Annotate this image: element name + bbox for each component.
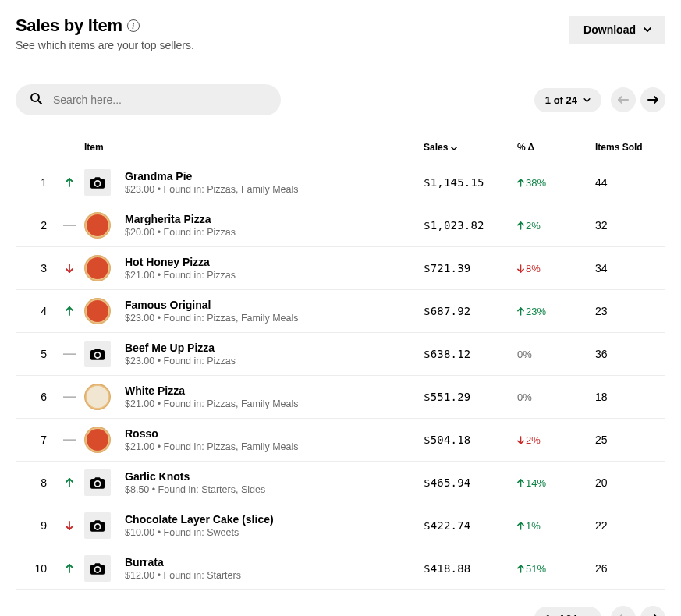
table-row[interactable]: 10Burrata$12.00 • Found in: Starters$418… — [16, 547, 665, 590]
page-label: 1 of 24 — [545, 613, 577, 617]
delta-percent: 0% — [517, 391, 595, 403]
rank: 5 — [16, 348, 55, 360]
trend-flat-icon: — — [55, 390, 84, 404]
item-thumbnail-placeholder — [84, 169, 111, 196]
items-sold: 25 — [595, 434, 665, 446]
next-page-button[interactable] — [640, 87, 665, 112]
table-row[interactable]: 5—Beef Me Up Pizza$23.00 • Found in: Piz… — [16, 333, 665, 376]
items-sold: 23 — [595, 305, 665, 317]
items-sold: 44 — [595, 176, 665, 189]
sales-amount: $422.74 — [424, 519, 517, 532]
page-indicator-bottom[interactable]: 1 of 24 — [534, 607, 601, 617]
search-input[interactable] — [53, 94, 267, 106]
item-thumbnail-placeholder — [84, 512, 111, 539]
table-row[interactable]: 9Chocolate Layer Cake (slice)$10.00 • Fo… — [16, 504, 665, 547]
sales-amount: $1,023.82 — [424, 219, 517, 232]
sales-amount: $551.29 — [424, 391, 517, 403]
delta-percent: 38% — [517, 177, 595, 189]
trend-up-icon — [55, 478, 84, 487]
item-meta: $21.00 • Found in: Pizzas, Family Meals — [125, 398, 424, 409]
rank: 4 — [16, 305, 55, 317]
page-title: Sales by Item — [16, 16, 122, 36]
trend-down-icon — [55, 264, 84, 273]
item-name: Hot Honey Pizza — [125, 256, 424, 268]
item-meta: $12.00 • Found in: Starters — [125, 570, 424, 581]
trend-up-icon — [55, 306, 84, 316]
table-row[interactable]: 7—Rosso$21.00 • Found in: Pizzas, Family… — [16, 419, 665, 462]
column-sales-label: Sales — [424, 142, 448, 153]
item-thumbnail — [84, 427, 111, 453]
search-box[interactable] — [16, 84, 281, 115]
column-item[interactable]: Item — [84, 142, 424, 153]
item-name: Burrata — [125, 556, 424, 568]
sales-table: Item Sales % Δ Items Sold 1Grandma Pie$2… — [16, 134, 665, 590]
item-meta: $21.00 • Found in: Pizzas, Family Meals — [125, 441, 424, 452]
rank: 8 — [16, 476, 55, 489]
item-name: Garlic Knots — [125, 470, 424, 483]
column-delta[interactable]: % Δ — [517, 142, 595, 153]
next-page-button[interactable] — [640, 606, 665, 616]
item-thumbnail — [84, 298, 111, 324]
items-sold: 18 — [595, 391, 665, 403]
search-icon — [30, 92, 42, 108]
delta-percent: 1% — [517, 520, 595, 532]
trend-flat-icon: — — [55, 218, 84, 232]
items-sold: 26 — [595, 562, 665, 575]
table-row[interactable]: 4Famous Original$23.00 • Found in: Pizza… — [16, 290, 665, 333]
rank: 10 — [16, 562, 55, 575]
table-row[interactable]: 8Garlic Knots$8.50 • Found in: Starters,… — [16, 462, 665, 504]
item-name: Famous Original — [125, 299, 424, 311]
page-label: 1 of 24 — [545, 94, 577, 106]
table-row[interactable]: 1Grandma Pie$23.00 • Found in: Pizzas, F… — [16, 161, 665, 204]
chevron-down-icon — [644, 27, 651, 32]
prev-page-button[interactable] — [611, 87, 636, 112]
item-meta: $23.00 • Found in: Pizzas, Family Meals — [125, 313, 424, 324]
delta-percent: 2% — [517, 220, 595, 232]
item-thumbnail-placeholder — [84, 555, 111, 582]
delta-percent: 14% — [517, 477, 595, 489]
item-meta: $21.00 • Found in: Pizzas — [125, 270, 424, 281]
items-sold: 32 — [595, 219, 665, 232]
items-sold: 22 — [595, 519, 665, 532]
rank: 6 — [16, 391, 55, 403]
chevron-down-icon — [451, 142, 457, 153]
rank: 2 — [16, 219, 55, 232]
item-thumbnail — [84, 255, 111, 281]
sales-amount: $687.92 — [424, 305, 517, 317]
sales-amount: $1,145.15 — [424, 176, 517, 189]
column-sales[interactable]: Sales — [424, 142, 517, 153]
rank: 7 — [16, 434, 55, 446]
items-sold: 20 — [595, 476, 665, 489]
item-meta: $23.00 • Found in: Pizzas — [125, 356, 424, 366]
trend-up-icon — [55, 564, 84, 573]
item-name: Margherita Pizza — [125, 213, 424, 225]
item-name: Rosso — [125, 427, 424, 440]
delta-percent: 2% — [517, 434, 595, 446]
item-thumbnail — [84, 384, 111, 410]
info-icon[interactable]: i — [127, 19, 140, 32]
rank: 1 — [16, 176, 55, 189]
items-sold: 36 — [595, 348, 665, 360]
table-row[interactable]: 3Hot Honey Pizza$21.00 • Found in: Pizza… — [16, 247, 665, 290]
table-row[interactable]: 2—Margherita Pizza$20.00 • Found in: Piz… — [16, 204, 665, 247]
column-items-sold[interactable]: Items Sold — [595, 142, 665, 153]
item-thumbnail-placeholder — [84, 469, 111, 496]
table-header: Item Sales % Δ Items Sold — [16, 134, 665, 161]
sales-amount: $638.12 — [424, 348, 517, 360]
page-indicator-top[interactable]: 1 of 24 — [534, 88, 601, 112]
item-meta: $8.50 • Found in: Starters, Sides — [125, 484, 424, 495]
trend-up-icon — [55, 178, 84, 187]
item-name: Beef Me Up Pizza — [125, 342, 424, 354]
sales-amount: $418.88 — [424, 562, 517, 575]
delta-percent: 0% — [517, 349, 595, 360]
download-button[interactable]: Download — [569, 16, 665, 44]
item-thumbnail — [84, 212, 111, 239]
svg-line-1 — [38, 101, 41, 104]
download-label: Download — [583, 23, 636, 36]
sales-amount: $721.39 — [424, 262, 517, 274]
trend-flat-icon: — — [55, 433, 84, 447]
item-meta: $10.00 • Found in: Sweets — [125, 527, 424, 538]
prev-page-button[interactable] — [611, 606, 636, 616]
trend-down-icon — [55, 521, 84, 530]
table-row[interactable]: 6—White Pizza$21.00 • Found in: Pizzas, … — [16, 376, 665, 419]
